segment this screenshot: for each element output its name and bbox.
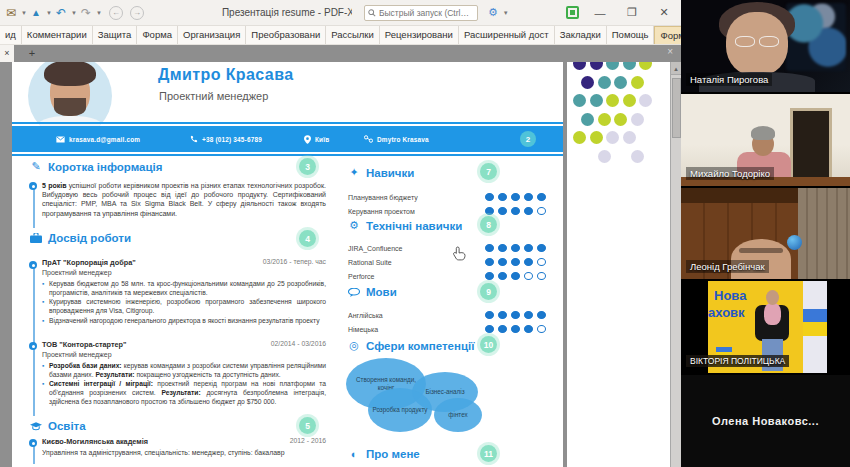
- participant-tile[interactable]: Олена Новаковс...: [681, 375, 850, 467]
- document-area: Дмитро Красава Проектний менеджер krasav…: [0, 62, 681, 467]
- cabinet: [798, 188, 850, 280]
- deco-dot: [623, 94, 636, 107]
- search-input[interactable]: [379, 8, 471, 18]
- quick-launch-search[interactable]: [364, 5, 478, 21]
- vertical-scrollbar[interactable]: ▴: [670, 62, 681, 467]
- menu-tab[interactable]: Рецензировани: [380, 26, 459, 44]
- participant-name: Михайло Тодоріко: [686, 167, 774, 180]
- scrollbar-thumb[interactable]: [672, 78, 681, 138]
- menu-tab[interactable]: ид: [0, 26, 22, 44]
- skill-label: Керування проектом: [348, 208, 415, 215]
- skill-row: Англійська: [348, 308, 546, 322]
- sparkle-icon: ✦: [348, 166, 360, 179]
- back-icon[interactable]: ←: [109, 6, 123, 20]
- participant-name: ВІКТОРІЯ ПОЛІТИЦЬКА: [686, 355, 789, 367]
- settings-gear-icon[interactable]: ⚙: [488, 6, 498, 19]
- deco-dot: [581, 76, 594, 89]
- chevron-down-icon[interactable]: ▼: [503, 10, 509, 16]
- banner-text: Нова: [714, 288, 746, 303]
- job-bullets: Розробка бази даних: керував командами з…: [42, 362, 326, 408]
- tabbar-close-icon[interactable]: ×: [667, 46, 673, 57]
- menu-tab[interactable]: Помощь: [607, 26, 655, 44]
- contact-link[interactable]: Dmytro Krasava: [377, 136, 429, 143]
- participant-tile[interactable]: Михайло Тодоріко: [681, 94, 850, 186]
- deco-dot: [573, 94, 586, 107]
- screen: ✉▼ ▲▼ ↶▼ ↷▼ ← → Презентація resume - PDF…: [0, 0, 850, 467]
- menu-tab[interactable]: Комментарии: [22, 26, 93, 44]
- menu-tab[interactable]: Рассылки: [326, 26, 380, 44]
- step-badge: 5: [299, 417, 316, 434]
- participant-tile[interactable]: Наталія Пирогова: [681, 0, 850, 92]
- deco-dot: [614, 76, 627, 89]
- participants-panel: Наталія Пирогова Михайло Тодоріко Леонід…: [681, 0, 850, 467]
- deco-dot: [631, 76, 644, 89]
- job-header: ПрАТ "Корпорація добра" 03/2016 - тепер.…: [42, 258, 326, 267]
- menu-tab[interactable]: Формат: [654, 26, 681, 44]
- chevron-down-icon[interactable]: ▼: [71, 10, 77, 16]
- menu-tab[interactable]: Форма: [137, 26, 178, 44]
- timeline-marker: [29, 439, 37, 447]
- undo-icon[interactable]: ↶: [56, 7, 66, 19]
- forward-icon[interactable]: →: [130, 6, 144, 20]
- envelope-icon[interactable]: ✉: [6, 7, 16, 19]
- chevron-down-icon[interactable]: ▼: [96, 10, 102, 16]
- competency-bubble: Розробка продукту: [368, 388, 432, 432]
- title-bar: ✉▼ ▲▼ ↶▼ ↷▼ ← → Презентація resume - PDF…: [0, 0, 681, 26]
- summary-text: 5 років успішної роботи керівником проек…: [42, 181, 326, 218]
- skills-list: Планування бюджетуКерування проектом: [348, 190, 546, 218]
- target-icon: ◎: [348, 339, 360, 352]
- tab-close-icon[interactable]: ×: [0, 45, 14, 62]
- stamp-icon[interactable]: ▲: [31, 8, 41, 18]
- timeline-marker: [29, 342, 37, 350]
- banner-text: аховк: [708, 305, 745, 320]
- competency-bubble: фінтех: [434, 398, 482, 432]
- menu-tab[interactable]: Преобразовани: [246, 26, 326, 44]
- menu-tab[interactable]: Организация: [178, 26, 246, 44]
- timeline-marker: [29, 182, 37, 190]
- job-role: Проектний менеджер: [42, 269, 112, 276]
- location-pin-icon: [304, 135, 311, 144]
- deco-dot: [573, 131, 586, 144]
- redo-icon[interactable]: ↷: [81, 7, 91, 19]
- snapshot-icon[interactable]: [566, 6, 579, 19]
- menu-tab[interactable]: Защита: [93, 26, 138, 44]
- deco-dot: [590, 62, 603, 70]
- section-heading-tech-skills: ⚙ Технічні навички: [348, 219, 462, 232]
- menu-tab[interactable]: Расширенный дост: [459, 26, 555, 44]
- deco-dot: [598, 113, 611, 126]
- skill-row: Планування бюджету: [348, 190, 546, 204]
- search-icon: [368, 9, 376, 17]
- close-icon[interactable]: ✕: [653, 6, 675, 19]
- participant-tile[interactable]: Нова аховк ВІКТОРІЯ ПОЛІТИЦЬКА: [681, 281, 850, 373]
- chevron-down-icon[interactable]: ▼: [21, 10, 27, 16]
- link-icon: [364, 135, 373, 143]
- new-tab-button[interactable]: +: [25, 47, 39, 60]
- scroll-up-icon[interactable]: ▴: [671, 62, 681, 75]
- bullet-item: Розробка бази даних: керував командами з…: [42, 362, 326, 379]
- deco-dot: [590, 94, 603, 107]
- minimize-icon[interactable]: —: [589, 7, 611, 19]
- skill-row: Rational Suite: [348, 255, 546, 269]
- bullet-item: Курирував системною інженерією, розробко…: [42, 298, 326, 315]
- menu-tab[interactable]: Закладки: [555, 26, 607, 44]
- deco-dot: [614, 113, 627, 126]
- email-icon: [56, 136, 65, 143]
- skill-label: Perforce: [348, 273, 374, 280]
- section-heading-skills: ✦ Навички: [348, 166, 414, 179]
- section-heading-competencies: ◎ Сфери компетенції: [348, 339, 474, 352]
- deco-dot: [581, 113, 594, 126]
- chevron-down-icon[interactable]: ▼: [46, 10, 52, 16]
- deco-dot: [598, 150, 611, 163]
- deco-dot: [623, 131, 636, 144]
- deco-dot: [606, 94, 619, 107]
- resume-role: Проектний менеджер: [159, 90, 268, 102]
- job-bullets: Керував бюджетом до 58 млн. та крос-функ…: [42, 280, 326, 327]
- contact-email[interactable]: krasava.d@gmail.com: [69, 136, 140, 143]
- maximize-icon[interactable]: ❐: [621, 6, 643, 19]
- skill-level-dots: [485, 325, 546, 333]
- step-badge: 9: [480, 283, 497, 300]
- participant-tile[interactable]: Леонід Гребінчак: [681, 188, 850, 280]
- step-badge: 11: [480, 445, 497, 462]
- briefcase-icon: [30, 233, 42, 243]
- deco-dot: [639, 94, 652, 107]
